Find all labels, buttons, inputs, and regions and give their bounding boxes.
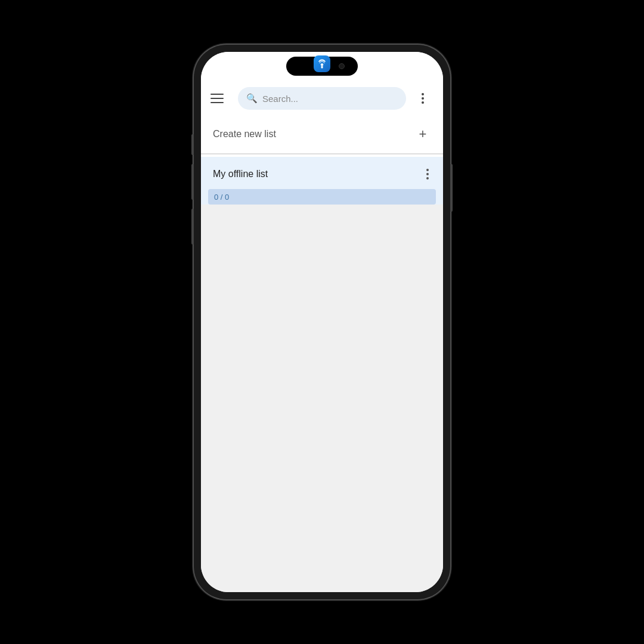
list-card-title: My offline list <box>213 169 268 179</box>
menu-line-3 <box>210 102 224 103</box>
phone-screen: 🔍 Search... Create new list + <box>201 52 443 592</box>
progress-text: 0 / 0 <box>214 193 229 202</box>
phone-shell: 🔍 Search... Create new list + <box>194 45 450 599</box>
app-icon-container <box>314 55 330 72</box>
search-placeholder: Search... <box>262 94 398 104</box>
menu-line-1 <box>210 94 224 95</box>
section-divider <box>201 154 443 154</box>
more-options-button[interactable] <box>412 88 434 109</box>
menu-line-2 <box>210 98 224 99</box>
create-list-plus-icon[interactable]: + <box>414 126 431 143</box>
list-card[interactable]: My offline list 0 / 0 <box>201 157 443 205</box>
search-icon: 🔍 <box>246 93 258 104</box>
svg-point-0 <box>321 63 324 66</box>
power-button[interactable] <box>450 164 453 212</box>
volume-down-button[interactable] <box>191 209 194 244</box>
more-dots-icon <box>422 93 424 104</box>
list-card-header: My offline list <box>201 157 443 189</box>
list-card-progress-bar: 0 / 0 <box>208 189 436 205</box>
app-logo-icon <box>317 58 327 69</box>
create-new-list-row[interactable]: Create new list + <box>201 115 443 154</box>
app-icon <box>314 55 330 72</box>
svg-rect-1 <box>321 66 323 69</box>
content-area: Create new list + My offline list <box>201 115 443 592</box>
list-card-menu-button[interactable] <box>424 166 431 182</box>
dot-2 <box>422 97 424 100</box>
list-menu-dot-2 <box>426 173 429 175</box>
list-menu-dot-3 <box>426 177 429 179</box>
status-bar <box>201 52 443 82</box>
volume-up-button[interactable] <box>191 164 194 200</box>
list-menu-dot-1 <box>426 169 429 171</box>
nav-bar: 🔍 Search... <box>201 82 443 115</box>
search-bar[interactable]: 🔍 Search... <box>238 87 406 110</box>
lists-section: Create new list + My offline list <box>201 115 443 205</box>
camera-dot <box>339 63 345 69</box>
dot-3 <box>422 101 424 104</box>
menu-button[interactable] <box>210 88 232 109</box>
create-list-label: Create new list <box>213 129 276 140</box>
dot-1 <box>422 93 424 95</box>
